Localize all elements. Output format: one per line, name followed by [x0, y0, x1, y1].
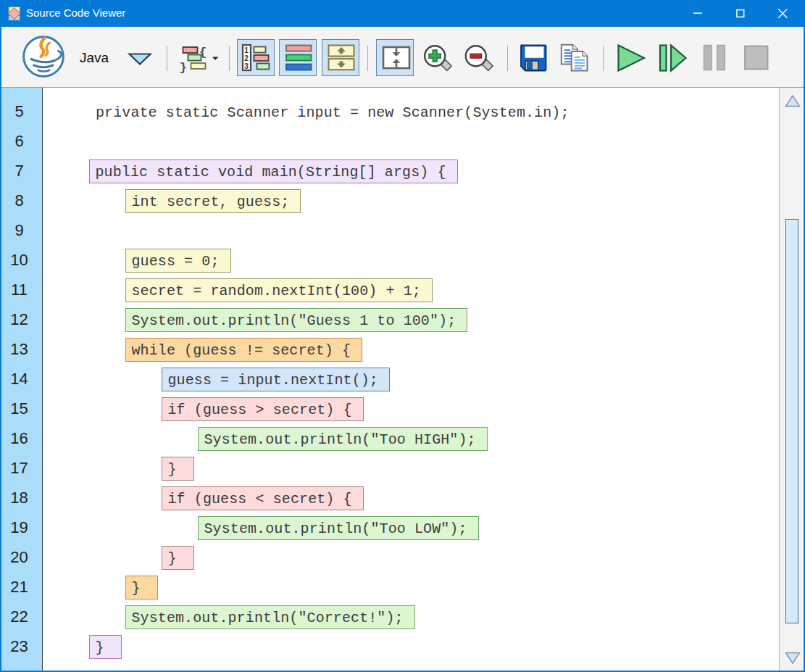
svg-text:}: }: [180, 61, 187, 75]
svg-text:1: 1: [244, 46, 249, 54]
svg-text:2: 2: [244, 54, 249, 62]
svg-text:3: 3: [244, 62, 249, 70]
